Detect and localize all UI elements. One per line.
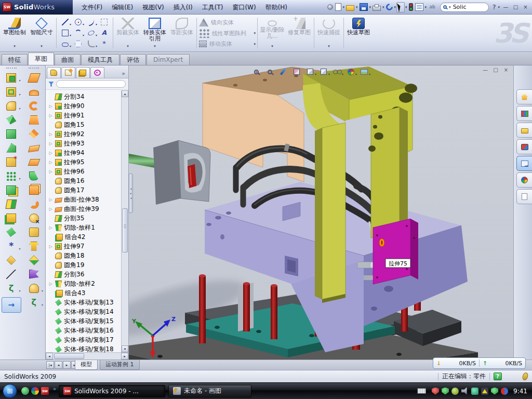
- spell-check-icon[interactable]: ab: [427, 2, 437, 12]
- dropdown-arrow-icon[interactable]: ▾: [328, 72, 330, 76]
- tree-item[interactable]: 实体-移动/复制16: [47, 326, 128, 335]
- options-icon[interactable]: [414, 2, 424, 12]
- magnified-selection-icon[interactable]: [277, 67, 289, 77]
- planar-surface-button[interactable]: [23, 155, 46, 169]
- sketch-text-tool[interactable]: A: [98, 28, 111, 38]
- help-button[interactable]: ?: [491, 4, 497, 11]
- appearances-icon[interactable]: ▾: [345, 67, 356, 77]
- defender-green-icon[interactable]: [491, 388, 498, 395]
- menu-item-0[interactable]: 文件(F): [77, 1, 107, 14]
- search-input[interactable]: [453, 4, 480, 10]
- menu-item-6[interactable]: 帮助(H): [261, 1, 292, 14]
- toolbar-grip[interactable]: [29, 68, 39, 69]
- doc-tab-运动算例 1[interactable]: 运动算例 1: [100, 360, 140, 370]
- menu-item-3[interactable]: 插入(I): [169, 1, 197, 14]
- taskbar-task-1[interactable]: 未命名 - 画图: [168, 385, 251, 397]
- model-canvas[interactable]: 拉伸75 Y Z X: [129, 65, 513, 360]
- search-box[interactable]: ▾: [440, 3, 489, 12]
- repair-sketch-button[interactable]: 修复草图: [286, 16, 313, 50]
- boundary-boss-button[interactable]: [23, 169, 46, 183]
- tree-item[interactable]: ▷拉伸95: [47, 157, 128, 167]
- configurationmanager-tab[interactable]: [76, 67, 90, 78]
- launch-messenger-icon[interactable]: [21, 387, 29, 395]
- boss-feature-button[interactable]: [0, 127, 23, 141]
- toolbar-grip[interactable]: [6, 68, 17, 69]
- scroll-up-icon[interactable]: ▴: [122, 90, 128, 97]
- section-view-icon[interactable]: [291, 67, 302, 77]
- tree-item[interactable]: 圆角15: [47, 120, 128, 129]
- dropdown-arrow-icon[interactable]: ▾: [18, 177, 21, 180]
- tree-item[interactable]: ▷切除-放样2: [47, 279, 128, 288]
- tree-item[interactable]: 分割34: [47, 92, 128, 101]
- expander-icon[interactable]: ▷: [48, 160, 53, 165]
- smart-dimension-button[interactable]: 智能尺寸▾: [28, 16, 55, 50]
- intersect-button[interactable]: [23, 239, 46, 253]
- minimize-button[interactable]: —: [501, 3, 511, 11]
- tree-item[interactable]: 圆角19: [47, 260, 128, 270]
- dropdown-arrow-icon[interactable]: ▾: [126, 43, 129, 49]
- sync-green-icon[interactable]: [471, 388, 478, 395]
- expander-icon[interactable]: ▷: [48, 225, 53, 230]
- solidworks-resources-tab[interactable]: [516, 89, 532, 104]
- volume-icon[interactable]: [461, 388, 469, 395]
- part-magenta-block[interactable]: [373, 219, 418, 284]
- toolbox-tab[interactable]: [516, 139, 532, 154]
- expander-icon[interactable]: ▷: [48, 113, 53, 118]
- lofted-surface-button[interactable]: [23, 113, 46, 127]
- expander-icon[interactable]: ▷: [48, 151, 53, 155]
- reference-geometry-button[interactable]: *▾: [0, 239, 23, 253]
- slot-tool[interactable]: ▾: [59, 38, 72, 49]
- extruded-surface-button[interactable]: [23, 99, 46, 113]
- axis-button[interactable]: [0, 267, 23, 281]
- keyboard-icon[interactable]: [417, 388, 426, 394]
- view-orientation-icon[interactable]: ▾: [304, 67, 316, 77]
- custom-properties-tab[interactable]: [516, 189, 532, 204]
- dropdown-arrow-icon[interactable]: ▾: [18, 78, 21, 82]
- featuremanager-tab[interactable]: [47, 67, 61, 78]
- next-tab-button[interactable]: ▸: [63, 361, 71, 369]
- dropdown-arrow-icon[interactable]: ▾: [40, 43, 43, 49]
- dropdown-arrow-icon[interactable]: ▾: [153, 43, 156, 49]
- menu-item-4[interactable]: 工具(T): [197, 1, 228, 14]
- panel-splitter[interactable]: ◂▸◂: [129, 174, 133, 213]
- tab-评估[interactable]: 评估: [120, 54, 146, 65]
- select-cursor-icon[interactable]: [396, 2, 405, 12]
- realview-tab[interactable]: [516, 172, 532, 188]
- tree-item[interactable]: 实体-移动/复制15: [47, 316, 128, 326]
- tree-item[interactable]: 分割36: [47, 270, 128, 279]
- dropdown-arrow-icon[interactable]: ▾: [41, 289, 44, 292]
- scroll-right-icon[interactable]: ▸: [121, 353, 128, 360]
- taskbar-task-0[interactable]: SWSolidWorks 2009 - ...: [59, 385, 165, 397]
- tree-item[interactable]: 圆角17: [47, 185, 128, 195]
- chamfer-button[interactable]: [0, 113, 23, 127]
- menu-item-5[interactable]: 窗口(W): [228, 1, 260, 14]
- move-copy-body-button[interactable]: [0, 225, 23, 239]
- prev-tab-button[interactable]: ◂: [55, 361, 62, 369]
- launch-browser-icon[interactable]: [31, 387, 39, 395]
- extruded-cut-button[interactable]: ▾: [0, 85, 23, 99]
- elbow-feature-button[interactable]: [23, 197, 46, 211]
- help-dropdown-icon[interactable]: ▾: [497, 5, 500, 9]
- copy-body-button[interactable]: [0, 183, 23, 197]
- network-warning-icon[interactable]: [481, 388, 488, 395]
- dropdown-arrow-icon[interactable]: ▾: [327, 43, 330, 49]
- combine-button[interactable]: [0, 211, 23, 225]
- tab-特征[interactable]: 特征: [2, 54, 28, 65]
- tree-item[interactable]: ▷曲面-拉伸38: [47, 195, 128, 204]
- solid-body-button[interactable]: [23, 225, 46, 239]
- instant3d-selected-button[interactable]: →: [2, 297, 21, 313]
- first-tab-button[interactable]: |◂: [46, 361, 54, 369]
- scroll-left-icon[interactable]: ◂: [46, 353, 53, 360]
- restore-button[interactable]: □: [491, 66, 500, 74]
- tree-item[interactable]: ▷拉伸93: [47, 139, 128, 148]
- tree-item[interactable]: 组合42: [47, 232, 128, 242]
- delete-body-button[interactable]: [23, 211, 46, 225]
- dome-button[interactable]: ▾: [23, 281, 46, 295]
- point-tool[interactable]: *: [98, 38, 111, 49]
- appearances-scenes-tab[interactable]: [516, 156, 532, 171]
- rebuild-icon[interactable]: [408, 2, 414, 12]
- shield-green-icon[interactable]: [442, 388, 449, 395]
- tree-item[interactable]: 实体-移动/复制17: [47, 335, 128, 344]
- dimxpertmanager-tab[interactable]: [90, 67, 104, 78]
- expander-icon[interactable]: ▷: [48, 197, 53, 202]
